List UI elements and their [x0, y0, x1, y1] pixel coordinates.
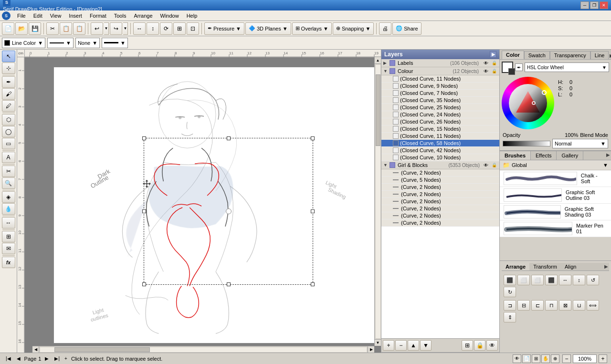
scroll-left-btn[interactable]: ◀ [32, 346, 39, 353]
pen-tool[interactable]: ✒ [2, 76, 15, 88]
tab-transform[interactable]: Transform [529, 263, 561, 270]
cut-button[interactable]: ✂ [46, 22, 59, 35]
arrange-flip-h[interactable]: ↔ [559, 275, 571, 285]
menu-format[interactable]: Format [86, 12, 110, 20]
tab-align[interactable]: Align [561, 263, 580, 270]
menu-help[interactable]: Help [183, 12, 201, 20]
undo-button[interactable]: ↩ [91, 22, 103, 35]
layer-item-cc15[interactable]: (Closed Curve, 15 Nodes) [381, 125, 499, 133]
tab-color[interactable]: Color [502, 51, 524, 59]
layer-item-c2d[interactable]: (Curve, 2 Nodes) [381, 198, 499, 205]
eyedropper-color-btn[interactable]: ✒ [515, 63, 523, 71]
line-width-dropdown[interactable]: ▼ [102, 38, 128, 48]
redo-arrow[interactable]: ▼ [123, 22, 128, 35]
brush-item-marker[interactable]: Marker Pen 01 [500, 220, 611, 237]
h-scroll-thumb[interactable] [54, 347, 150, 352]
flip-v-button[interactable]: ↕ [147, 22, 159, 35]
layer-item-cc25[interactable]: (Closed Curve, 25 Nodes) [381, 104, 499, 111]
flip-h-button[interactable]: ↔ [133, 22, 146, 35]
fill-tool[interactable]: ◈ [2, 191, 15, 203]
layer-item-cc58[interactable]: (Closed Curve, 58 Nodes) [381, 140, 499, 147]
layer-item-c2e[interactable]: (Curve, 2 Nodes) [381, 205, 499, 212]
arrange-rotate-r[interactable]: ↻ [504, 287, 516, 297]
paint-tool[interactable]: 🖊 [2, 100, 15, 112]
share-button[interactable]: 🌐 Share [392, 22, 421, 35]
move-down-btn[interactable]: ▼ [420, 340, 432, 351]
print-button[interactable]: 🖨 [379, 22, 391, 35]
layer-group-colour-header[interactable]: ▼ Colour (12 Objects) 👁 🔒 [381, 67, 499, 75]
align-button[interactable]: ⊞ [173, 22, 186, 35]
arrange-rotate-l[interactable]: ↺ [587, 275, 599, 285]
menu-edit[interactable]: Edit [30, 12, 46, 20]
add-layer-btn[interactable]: + [383, 340, 394, 351]
menu-file[interactable]: File [13, 12, 30, 20]
layer-item-cc26[interactable]: (Closed Curve, 26 Nodes) [381, 118, 499, 125]
v-scroll-thumb[interactable] [376, 74, 380, 146]
panel-expand-arrow[interactable]: ▶ [609, 52, 611, 59]
layer-item-cc7[interactable]: (Closed Curve, 7 Nodes) [381, 90, 499, 97]
pan-btn[interactable]: ✋ [541, 354, 550, 363]
open-button[interactable]: 📂 [15, 22, 28, 35]
add-page-btn[interactable]: + [64, 356, 67, 361]
layer-item-c2f[interactable]: (Curve, 2 Nodes) [381, 212, 499, 219]
menu-arrange[interactable]: Arrange [130, 12, 156, 20]
brush-category-global[interactable]: 📁 Global ▼ [500, 160, 611, 170]
layer-item-cc11[interactable]: (Closed Curve, 11 Nodes) [381, 75, 499, 83]
shapes-tool[interactable]: ⬡ [2, 114, 15, 125]
brush-tool[interactable]: 🖌 [2, 88, 15, 100]
tab-effects[interactable]: Effects [531, 151, 557, 160]
align-bottom[interactable]: ⊔ [573, 300, 585, 311]
color-wheel[interactable] [502, 77, 554, 129]
brushes-panel-arrow[interactable]: ▶ [605, 151, 611, 160]
layers-list[interactable]: ▶ Labels (106 Objects) 👁 🔒 ▼ [381, 59, 499, 338]
undo-arrow[interactable]: ▼ [104, 22, 109, 35]
align-equal-h[interactable]: ⟺ [587, 300, 599, 311]
line-style-dropdown[interactable]: ▼ [47, 38, 74, 48]
menu-view[interactable]: View [46, 12, 65, 20]
v-scroll-track[interactable] [376, 65, 380, 338]
layer-group-blocks-header[interactable]: ▼ Girl & Blocks (5353 Objects) 👁 🔒 [381, 161, 499, 169]
zoom-out-btn[interactable]: − [562, 354, 571, 363]
align-equal-v[interactable]: ⇕ [504, 312, 516, 322]
layer-visibility-btn[interactable]: 👁 [482, 60, 490, 66]
tab-transparency[interactable]: Transparency [550, 51, 590, 59]
layer-lock-toggle[interactable]: 🔒 [474, 340, 485, 351]
grid-view-btn[interactable]: ⊞ [532, 354, 540, 363]
zoom-fit-btn[interactable]: ⊕ [551, 354, 559, 363]
pressure-button[interactable]: ✒ Pressure ▼ [204, 22, 244, 35]
canvas-area[interactable]: cm 0 1 2 3 4 5 6 [17, 50, 381, 353]
page-view-btn[interactable]: 📄 [522, 354, 531, 363]
last-page-btn[interactable]: ▶| [53, 356, 62, 361]
h-scrollbar[interactable]: ◀ ▶ [32, 346, 374, 353]
zoom-tool[interactable]: 🔍 [2, 177, 15, 189]
arrange-to-back[interactable]: ⬛ [545, 275, 558, 285]
layer-item-c5[interactable]: (Curve, 5 Nodes) [381, 177, 499, 184]
redo-dropdown[interactable]: ▼ [123, 22, 128, 35]
v-scrollbar[interactable]: ▲ ▼ [374, 57, 381, 346]
restore-button[interactable]: ❐ [590, 1, 599, 9]
snapping-button[interactable]: ⊕ Snapping ▼ [333, 22, 374, 35]
move-up-btn[interactable]: ▲ [408, 340, 419, 351]
rect-tool[interactable]: ▭ [2, 138, 15, 149]
arrange-forward[interactable]: ⬜ [517, 275, 530, 285]
fill-color-box[interactable] [502, 62, 513, 73]
layer-item-cc42[interactable]: (Closed Curve, 42 Nodes) [381, 147, 499, 154]
layer-blocks-visibility[interactable]: 👁 [482, 162, 490, 168]
scroll-right-btn[interactable]: ▶ [368, 346, 374, 353]
layer-item-cc10[interactable]: (Closed Curve, 10 Nodes) [381, 154, 499, 161]
node-tool[interactable]: ⊹ [2, 62, 15, 74]
move-tool[interactable]: ↔ [2, 217, 15, 229]
stroke-color-box[interactable] [508, 68, 515, 75]
align-center-v[interactable]: ⊠ [559, 300, 571, 311]
undo-dropdown[interactable]: ▼ [104, 22, 109, 35]
h-scroll-track[interactable] [40, 347, 367, 352]
close-button[interactable]: ✕ [600, 1, 608, 9]
minimize-button[interactable]: ─ [580, 1, 589, 9]
envelope-tool[interactable]: ✉ [2, 243, 15, 254]
tab-line[interactable]: Line [590, 51, 609, 59]
align-right[interactable]: ⊏ [531, 300, 544, 311]
layer-colour-visibility[interactable]: 👁 [482, 68, 490, 74]
blend-mode-dropdown[interactable]: Normal ▼ [552, 139, 608, 148]
pointer-tool[interactable]: ↖ [2, 51, 15, 62]
overlays-button[interactable]: ⊞ Overlays ▼ [292, 22, 332, 35]
